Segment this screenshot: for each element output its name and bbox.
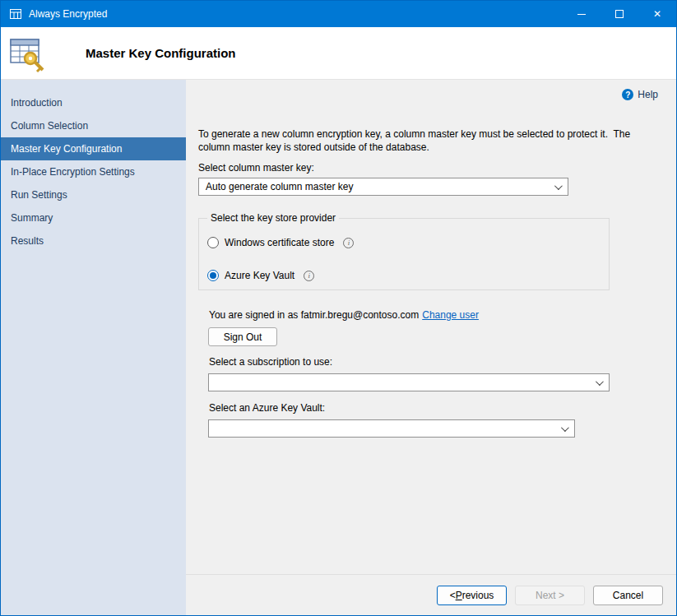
previous-button[interactable]: < Previous <box>437 586 507 605</box>
azure-key-vault-dropdown[interactable] <box>208 419 575 438</box>
sidebar-item-results[interactable]: Results <box>1 229 186 252</box>
azure-key-vault-radio[interactable]: Azure Key Vault i <box>207 270 314 281</box>
page-title: Master Key Configuration <box>86 46 236 60</box>
help-link[interactable]: ? Help <box>622 89 658 100</box>
wizard-steps-sidebar: Introduction Column Selection Master Key… <box>1 80 186 615</box>
master-key-table-icon <box>7 33 50 74</box>
sidebar-item-in-place-encryption-settings[interactable]: In-Place Encryption Settings <box>1 160 186 183</box>
sidebar-item-introduction[interactable]: Introduction <box>1 91 186 114</box>
wizard-header: Master Key Configuration <box>1 27 676 80</box>
sign-out-button[interactable]: Sign Out <box>208 327 277 346</box>
column-master-key-dropdown[interactable]: Auto generate column master key <box>198 178 568 196</box>
sidebar-item-column-selection[interactable]: Column Selection <box>1 114 186 137</box>
help-icon: ? <box>622 89 633 100</box>
sidebar-item-master-key-configuration[interactable]: Master Key Configuration <box>1 137 186 160</box>
always-encrypted-window: Always Encrypted ✕ Master Key Configurat… <box>0 0 677 616</box>
close-icon: ✕ <box>653 8 661 20</box>
signed-in-status: You are signed in as fatmir.bregu@contos… <box>209 309 479 321</box>
column-master-key-value: Auto generate column master key <box>206 181 353 192</box>
subscription-label: Select a subscription to use: <box>209 356 332 368</box>
minimize-icon <box>577 14 586 15</box>
info-icon[interactable]: i <box>304 271 314 281</box>
subscription-dropdown[interactable] <box>208 373 610 391</box>
windows-certificate-store-radio[interactable]: Windows certificate store i <box>207 237 354 248</box>
close-button[interactable]: ✕ <box>638 1 676 27</box>
help-label: Help <box>638 89 658 100</box>
next-button: Next > <box>515 586 585 605</box>
app-icon <box>9 7 22 21</box>
azure-key-vault-label: Select an Azure Key Vault: <box>209 402 325 414</box>
maximize-button[interactable] <box>600 1 638 27</box>
column-master-key-label: Select column master key: <box>198 162 314 174</box>
chevron-down-icon <box>561 424 569 432</box>
window-controls: ✕ <box>563 1 676 27</box>
cancel-button[interactable]: Cancel <box>593 586 663 605</box>
chevron-down-icon <box>554 182 563 190</box>
window-title: Always Encrypted <box>29 8 563 20</box>
titlebar: Always Encrypted ✕ <box>1 1 676 27</box>
sidebar-item-summary[interactable]: Summary <box>1 206 186 229</box>
change-user-link[interactable]: Change user <box>422 309 479 321</box>
windows-certificate-store-label: Windows certificate store <box>225 237 334 248</box>
sidebar-item-run-settings[interactable]: Run Settings <box>1 183 186 206</box>
key-store-provider-group: Select the key store provider Windows ce… <box>198 218 610 290</box>
chevron-down-icon <box>596 377 604 386</box>
signed-in-text: You are signed in as fatmir.bregu@contos… <box>209 309 419 321</box>
intro-text: To generate a new column encryption key,… <box>198 127 663 154</box>
info-icon[interactable]: i <box>343 238 354 248</box>
main-content: ? Help To generate a new column encrypti… <box>186 80 676 574</box>
minimize-button[interactable] <box>563 1 600 27</box>
radio-checked-icon <box>207 270 219 281</box>
radio-unchecked-icon <box>207 237 219 248</box>
azure-key-vault-label: Azure Key Vault <box>225 270 294 281</box>
key-store-provider-label: Select the key store provider <box>207 212 339 224</box>
maximize-icon <box>615 10 624 18</box>
wizard-footer: < Previous Next > Cancel <box>186 574 676 615</box>
